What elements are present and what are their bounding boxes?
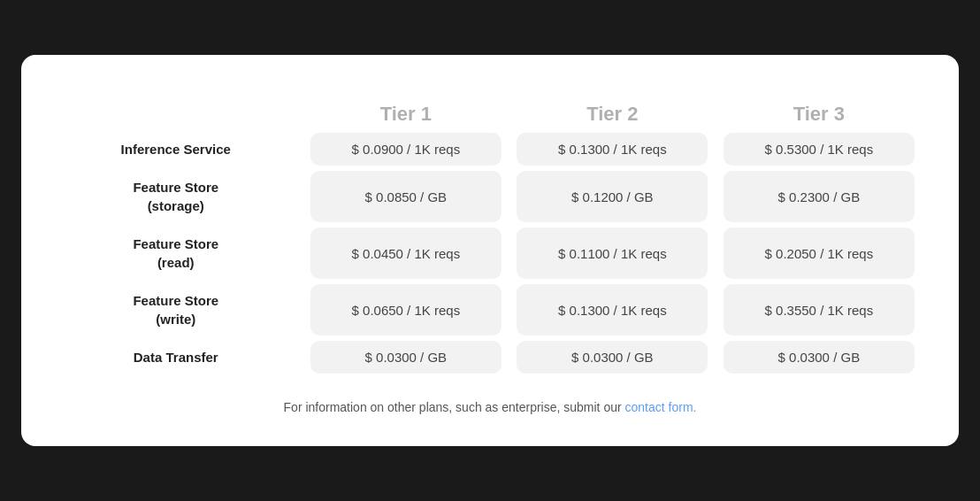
row-1-tier-3-value: $ 0.2300 / GB (724, 171, 915, 222)
row-label-4: Data Transfer (65, 341, 295, 374)
row-2-tier-1-value: $ 0.0450 / 1K reqs (310, 227, 501, 279)
row-4-tier-3-value: $ 0.0300 / GB (724, 341, 915, 374)
row-label-3: Feature Store(write) (65, 284, 295, 335)
row-label-2: Feature Store(read) (65, 227, 295, 279)
row-0-tier-1-value: $ 0.0900 / 1K reqs (310, 133, 501, 166)
table-row: Data Transfer$ 0.0300 / GB$ 0.0300 / GB$… (65, 341, 915, 374)
row-1-tier-2-value: $ 0.1200 / GB (517, 171, 708, 222)
row-3-tier-2-value: $ 0.1300 / 1K reqs (517, 284, 708, 335)
footer-text: For information on other plans, such as … (284, 400, 625, 414)
row-4-tier-1-value: $ 0.0300 / GB (310, 341, 501, 374)
row-4-tier-2-value: $ 0.0300 / GB (517, 341, 708, 374)
row-0-tier-2-value: $ 0.1300 / 1K reqs (517, 133, 708, 166)
table-row: Feature Store(storage)$ 0.0850 / GB$ 0.1… (65, 171, 915, 222)
tier-1-header: Tier 1 (310, 90, 501, 133)
pricing-table: Tier 1 Tier 2 Tier 3 Inference Service$ … (65, 90, 915, 374)
row-0-tier-3-value: $ 0.5300 / 1K reqs (724, 133, 915, 166)
row-1-tier-1-value: $ 0.0850 / GB (310, 171, 501, 222)
row-3-tier-3-value: $ 0.3550 / 1K reqs (724, 284, 915, 335)
row-label-0: Inference Service (65, 133, 295, 166)
row-3-tier-1-value: $ 0.0650 / 1K reqs (310, 284, 501, 335)
tier-3-header: Tier 3 (724, 90, 915, 133)
table-row: Inference Service$ 0.0900 / 1K reqs$ 0.1… (65, 133, 915, 166)
row-2-tier-3-value: $ 0.2050 / 1K reqs (724, 227, 915, 279)
row-label-1: Feature Store(storage) (65, 171, 295, 222)
table-row: Feature Store(write)$ 0.0650 / 1K reqs$ … (65, 284, 915, 335)
tier-2-header: Tier 2 (517, 90, 708, 133)
table-row: Feature Store(read)$ 0.0450 / 1K reqs$ 0… (65, 227, 915, 279)
pricing-card: Tier 1 Tier 2 Tier 3 Inference Service$ … (21, 55, 959, 446)
contact-form-link[interactable]: contact form. (625, 400, 697, 414)
row-2-tier-2-value: $ 0.1100 / 1K reqs (517, 227, 708, 279)
footer-note: For information on other plans, such as … (65, 400, 915, 414)
